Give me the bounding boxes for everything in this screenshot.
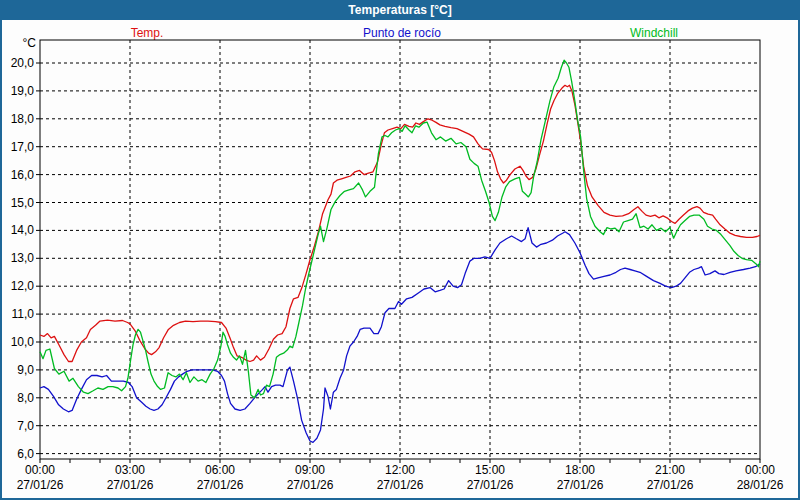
x-tick-time-label: 03:00 [115,463,145,477]
y-tick-label: 19,0 [11,84,35,98]
y-tick-label: 6,0 [17,447,34,461]
y-tick-label: 8,0 [17,391,34,405]
y-tick-label: 10,0 [11,335,35,349]
x-tick-date-label: 27/01/26 [107,478,154,492]
y-tick-label: 18,0 [11,112,35,126]
y-tick-label: 17,0 [11,140,35,154]
x-tick-date-label: 27/01/26 [287,478,334,492]
x-tick-date-label: 28/01/26 [737,478,784,492]
x-tick-date-label: 27/01/26 [17,478,64,492]
y-tick-label: 16,0 [11,168,35,182]
x-tick-date-label: 27/01/26 [557,478,604,492]
x-tick-date-label: 27/01/26 [377,478,424,492]
x-tick-time-label: 09:00 [295,463,325,477]
y-tick-label: 15,0 [11,196,35,210]
x-tick-time-label: 00:00 [745,463,775,477]
temperature-line-chart: 20,019,018,017,016,015,014,013,012,011,0… [0,0,800,500]
x-tick-date-label: 27/01/26 [467,478,514,492]
x-tick-date-label: 27/01/26 [197,478,244,492]
y-tick-label: 20,0 [11,56,35,70]
x-tick-date-label: 27/01/26 [647,478,694,492]
x-tick-time-label: 00:00 [25,463,55,477]
x-tick-time-label: 18:00 [565,463,595,477]
y-tick-label: 9,0 [17,363,34,377]
x-tick-time-label: 21:00 [655,463,685,477]
y-tick-label: 13,0 [11,251,35,265]
x-tick-time-label: 12:00 [385,463,415,477]
y-tick-label: 14,0 [11,223,35,237]
y-tick-label: 12,0 [11,279,35,293]
x-tick-time-label: 06:00 [205,463,235,477]
weather-chart-widget: Temperaturas [°C] Temp. Punto de rocío W… [0,0,800,500]
y-tick-label: 11,0 [12,307,35,321]
x-tick-time-label: 15:00 [475,463,505,477]
y-tick-label: 7,0 [17,419,34,433]
